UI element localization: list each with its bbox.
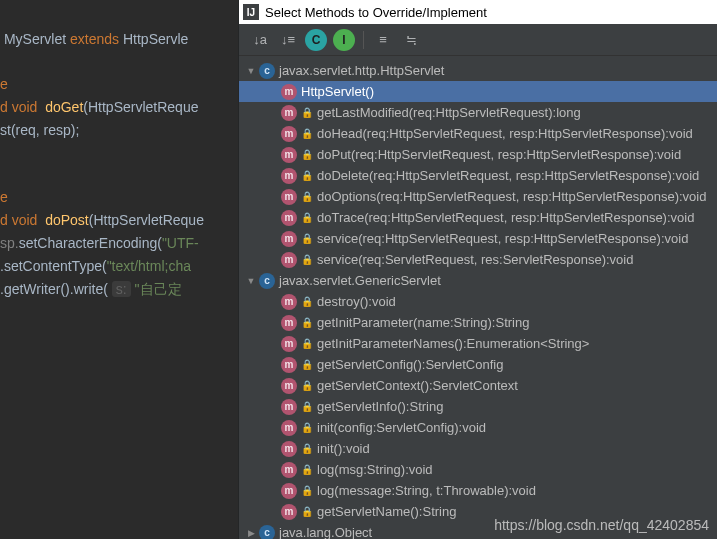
code-editor[interactable]: MyServlet extends HttpServle e d void do… — [0, 0, 238, 539]
tree-class-node[interactable]: ▼cjavax.servlet.http.HttpServlet — [239, 60, 717, 81]
tree-method-node[interactable]: mHttpServlet() — [239, 81, 717, 102]
tree-node-label: destroy():void — [317, 294, 396, 309]
lock-icon: 🔒 — [301, 233, 313, 244]
lock-icon: 🔒 — [301, 401, 313, 412]
method-icon: m — [281, 504, 297, 520]
tree-node-label: service(req:ServletRequest, res:ServletR… — [317, 252, 633, 267]
method-icon: m — [281, 315, 297, 331]
intellij-icon: IJ — [243, 4, 259, 20]
code-line: .setContentType("text/html;cha — [0, 258, 191, 274]
tree-method-node[interactable]: m🔒log(message:String, t:Throwable):void — [239, 480, 717, 501]
lock-icon: 🔒 — [301, 422, 313, 433]
method-icon: m — [281, 126, 297, 142]
method-icon: m — [281, 357, 297, 373]
tree-node-label: service(req:HttpServletRequest, resp:Htt… — [317, 231, 688, 246]
tree-class-node[interactable]: ▶cjava.lang.Object — [239, 522, 717, 539]
tree-method-node[interactable]: m🔒getInitParameterNames():Enumeration<St… — [239, 333, 717, 354]
tree-node-label: getServletName():String — [317, 504, 456, 519]
sort-visibility-button[interactable]: ↓≡ — [277, 29, 299, 51]
tree-method-node[interactable]: m🔒init(config:ServletConfig):void — [239, 417, 717, 438]
class-icon: c — [259, 63, 275, 79]
code-line: e — [0, 76, 8, 92]
tree-node-label: getServletInfo():String — [317, 399, 443, 414]
collapse-all-button[interactable]: ≒ — [400, 29, 422, 51]
tree-node-label: javax.servlet.http.HttpServlet — [279, 63, 444, 78]
code-line: d void doGet(HttpServletReque — [0, 99, 198, 115]
method-icon: m — [281, 336, 297, 352]
dialog-titlebar[interactable]: IJ Select Methods to Override/Implement — [239, 0, 717, 24]
lock-icon: 🔒 — [301, 149, 313, 160]
tree-method-node[interactable]: m🔒init():void — [239, 438, 717, 459]
tree-node-label: getInitParameterNames():Enumeration<Stri… — [317, 336, 589, 351]
lock-icon: 🔒 — [301, 359, 313, 370]
tree-method-node[interactable]: m🔒service(req:HttpServletRequest, resp:H… — [239, 228, 717, 249]
code-line: sp.setCharacterEncoding("UTF- — [0, 235, 199, 251]
lock-icon: 🔒 — [301, 443, 313, 454]
tree-method-node[interactable]: m🔒getLastModified(req:HttpServletRequest… — [239, 102, 717, 123]
method-icon: m — [281, 105, 297, 121]
twisty-open-icon[interactable]: ▼ — [245, 66, 257, 76]
method-icon: m — [281, 399, 297, 415]
lock-icon: 🔒 — [301, 191, 313, 202]
tree-method-node[interactable]: m🔒getServletContext():ServletContext — [239, 375, 717, 396]
dialog-toolbar: ↓a ↓≡ C I ≡ ≒ — [239, 24, 717, 56]
method-icon: m — [281, 189, 297, 205]
tree-method-node[interactable]: m🔒doHead(req:HttpServletRequest, resp:Ht… — [239, 123, 717, 144]
show-classes-button[interactable]: C — [305, 29, 327, 51]
tree-node-label: doTrace(req:HttpServletRequest, resp:Htt… — [317, 210, 694, 225]
code-line: st(req, resp); — [0, 122, 79, 138]
method-icon: m — [281, 252, 297, 268]
lock-icon: 🔒 — [301, 485, 313, 496]
tree-method-node[interactable]: m🔒doTrace(req:HttpServletRequest, resp:H… — [239, 207, 717, 228]
code-line: e — [0, 189, 8, 205]
method-icon: m — [281, 483, 297, 499]
twisty-open-icon[interactable]: ▼ — [245, 276, 257, 286]
tree-node-label: doPut(req:HttpServletRequest, resp:HttpS… — [317, 147, 681, 162]
tree-node-label: doOptions(req:HttpServletRequest, resp:H… — [317, 189, 706, 204]
tree-node-label: doHead(req:HttpServletRequest, resp:Http… — [317, 126, 693, 141]
tree-node-label: log(message:String, t:Throwable):void — [317, 483, 536, 498]
tree-method-node[interactable]: m🔒doDelete(req:HttpServletRequest, resp:… — [239, 165, 717, 186]
tree-method-node[interactable]: m🔒getServletInfo():String — [239, 396, 717, 417]
sort-alpha-button[interactable]: ↓a — [249, 29, 271, 51]
lock-icon: 🔒 — [301, 506, 313, 517]
code-line: MyServlet extends HttpServle — [0, 31, 188, 47]
method-icon: m — [281, 420, 297, 436]
dialog-title: Select Methods to Override/Implement — [265, 5, 487, 20]
method-icon: m — [281, 378, 297, 394]
tree-node-label: java.lang.Object — [279, 525, 372, 539]
tree-method-node[interactable]: m🔒doPut(req:HttpServletRequest, resp:Htt… — [239, 144, 717, 165]
lock-icon: 🔒 — [301, 128, 313, 139]
tree-node-label: javax.servlet.GenericServlet — [279, 273, 441, 288]
root: MyServlet extends HttpServle e d void do… — [0, 0, 717, 539]
tree-method-node[interactable]: m🔒doOptions(req:HttpServletRequest, resp… — [239, 186, 717, 207]
override-dialog: IJ Select Methods to Override/Implement … — [238, 0, 717, 539]
lock-icon: 🔒 — [301, 296, 313, 307]
code-line: d void doPost(HttpServletReque — [0, 212, 204, 228]
show-interfaces-button[interactable]: I — [333, 29, 355, 51]
tree-method-node[interactable]: m🔒getServletName():String — [239, 501, 717, 522]
expand-all-button[interactable]: ≡ — [372, 29, 394, 51]
tree-node-label: getInitParameter(name:String):String — [317, 315, 529, 330]
lock-icon: 🔒 — [301, 338, 313, 349]
code-line: .getWriter().write( s: "自己定 — [0, 281, 182, 297]
method-icon: m — [281, 294, 297, 310]
tree-method-node[interactable]: m🔒getServletConfig():ServletConfig — [239, 354, 717, 375]
lock-icon: 🔒 — [301, 170, 313, 181]
tree-class-node[interactable]: ▼cjavax.servlet.GenericServlet — [239, 270, 717, 291]
tree-method-node[interactable]: m🔒service(req:ServletRequest, res:Servle… — [239, 249, 717, 270]
tree-node-label: doDelete(req:HttpServletRequest, resp:Ht… — [317, 168, 699, 183]
tree-method-node[interactable]: m🔒getInitParameter(name:String):String — [239, 312, 717, 333]
tree-method-node[interactable]: m🔒log(msg:String):void — [239, 459, 717, 480]
method-icon: m — [281, 231, 297, 247]
method-icon: m — [281, 441, 297, 457]
tree-method-node[interactable]: m🔒destroy():void — [239, 291, 717, 312]
toolbar-separator — [363, 31, 364, 49]
lock-icon: 🔒 — [301, 254, 313, 265]
twisty-closed-icon[interactable]: ▶ — [245, 528, 257, 538]
lock-icon: 🔒 — [301, 380, 313, 391]
lock-icon: 🔒 — [301, 107, 313, 118]
lock-icon: 🔒 — [301, 317, 313, 328]
method-tree[interactable]: ▼cjavax.servlet.http.HttpServletmHttpSer… — [239, 56, 717, 539]
tree-node-label: init(config:ServletConfig):void — [317, 420, 486, 435]
